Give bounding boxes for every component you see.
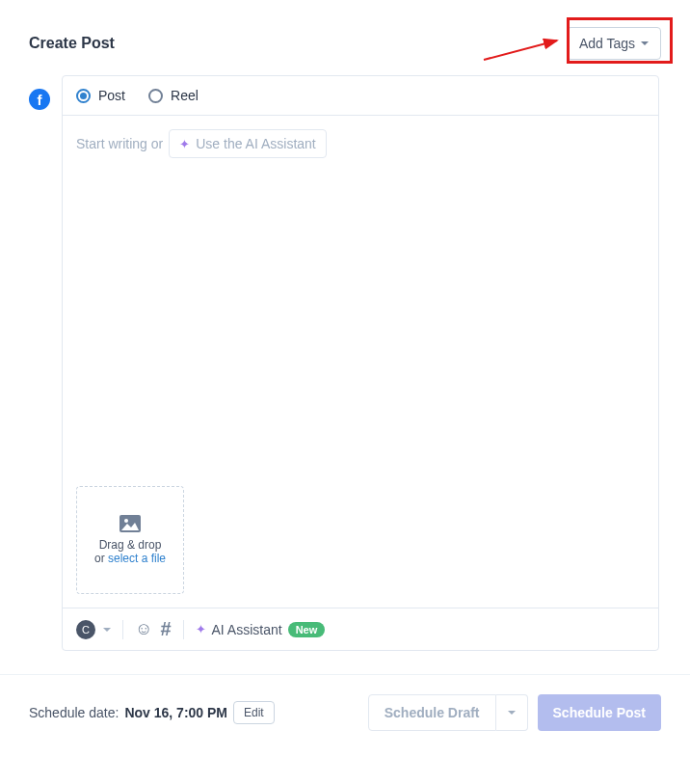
schedule-label: Schedule date: [29,705,119,720]
ai-assistant-chip[interactable]: ✦ Use the AI Assistant [169,129,327,158]
radio-icon [76,89,91,103]
counter-dropdown-icon[interactable] [103,628,111,632]
post-type-reel[interactable]: Reel [148,88,199,103]
ai-chip-label: Use the AI Assistant [196,136,316,151]
ai-assistant-button[interactable]: ✦ AI Assistant New [196,622,326,637]
placeholder-text: Start writing or [76,136,163,151]
post-text-editor[interactable]: Start writing or ✦ Use the AI Assistant … [63,116,658,608]
ai-assistant-label: AI Assistant [212,622,282,637]
schedule-post-button[interactable]: Schedule Post [538,694,661,731]
editor-placeholder: Start writing or ✦ Use the AI Assistant [76,129,645,158]
dropzone-text2: or select a file [94,552,166,565]
post-type-post[interactable]: Post [76,88,125,103]
wand-icon: ✦ [179,137,190,151]
radio-icon [148,89,163,103]
radio-label: Reel [171,88,199,103]
dropzone-text: Drag & drop [99,538,162,552]
schedule-date: Nov 16, 7:00 PM [124,705,227,720]
chevron-down-icon [641,41,649,45]
chevron-down-icon [508,711,516,715]
svg-point-2 [124,519,128,523]
wand-icon: ✦ [196,622,206,636]
schedule-draft-button[interactable]: Schedule Draft [368,694,496,731]
add-tags-label: Add Tags [579,36,635,51]
add-tags-button[interactable]: Add Tags [567,27,661,60]
image-icon [119,515,141,532]
emoji-icon[interactable]: ☺ [135,619,152,639]
radio-label: Post [98,88,125,103]
separator [183,620,184,639]
schedule-draft-dropdown[interactable] [496,694,528,731]
new-badge: New [288,622,326,637]
facebook-letter: f [38,92,42,108]
page-title: Create Post [29,35,115,52]
post-type-selector: Post Reel [63,76,658,116]
schedule-info: Schedule date: Nov 16, 7:00 PM Edit [29,701,275,724]
media-dropzone[interactable]: Drag & drop or select a file [76,486,184,594]
select-file-link[interactable]: select a file [108,552,166,565]
edit-schedule-button[interactable]: Edit [233,701,275,724]
separator [122,620,123,639]
facebook-icon: f [29,89,50,110]
editor-toolbar: C ☺ # ✦ AI Assistant New [63,608,658,650]
post-editor-panel: Post Reel Start writing or ✦ Use the AI … [62,75,659,651]
character-counter-button[interactable]: C [76,620,95,639]
hashtag-icon[interactable]: # [160,618,171,640]
